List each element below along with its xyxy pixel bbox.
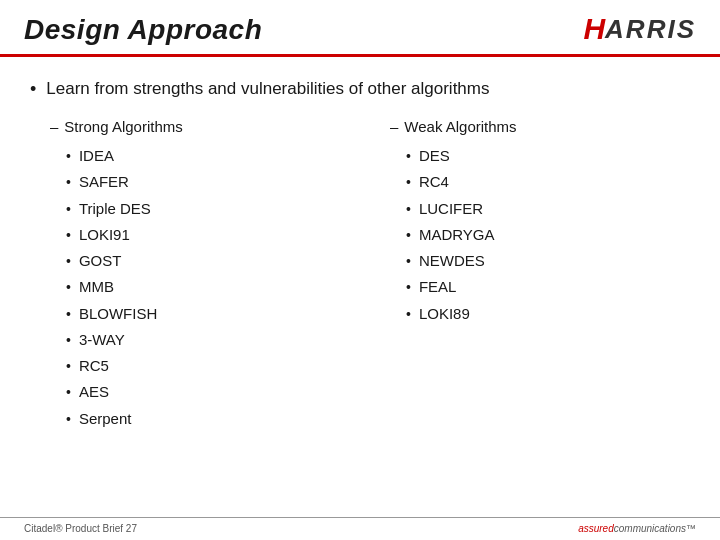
- page-title: Design Approach: [24, 14, 262, 46]
- list-item: BLOWFISH: [66, 301, 350, 327]
- weak-algorithms-list: DES RC4 LUCIFER MADRYGA NEWDES FEAL LOKI…: [390, 143, 690, 327]
- logo-rest: ARRIS: [605, 14, 696, 45]
- strong-algorithms-column: – Strong Algorithms IDEA SAFER Triple DE…: [50, 118, 350, 432]
- weak-algorithms-column: – Weak Algorithms DES RC4 LUCIFER MADRYG…: [390, 118, 690, 432]
- strong-algorithms-list: IDEA SAFER Triple DES LOKI91 GOST MMB BL…: [50, 143, 350, 432]
- list-item: LOKI89: [406, 301, 690, 327]
- list-item: MMB: [66, 274, 350, 300]
- list-item: SAFER: [66, 169, 350, 195]
- weak-dash: –: [390, 118, 398, 135]
- main-bullet-text: Learn from strengths and vulnerabilities…: [46, 77, 489, 101]
- footer-left: Citadel® Product Brief 27: [24, 523, 137, 534]
- list-item: RC5: [66, 353, 350, 379]
- list-item: NEWDES: [406, 248, 690, 274]
- weak-algorithms-heading: – Weak Algorithms: [390, 118, 690, 135]
- weak-label: Weak Algorithms: [404, 118, 516, 135]
- footer-assured: assured: [578, 523, 614, 534]
- list-item: MADRYGA: [406, 222, 690, 248]
- main-bullet-item: • Learn from strengths and vulnerabiliti…: [30, 77, 690, 102]
- harris-logo: H ARRIS: [583, 12, 696, 46]
- list-item: Serpent: [66, 406, 350, 432]
- slide: Design Approach H ARRIS • Learn from str…: [0, 0, 720, 540]
- list-item: FEAL: [406, 274, 690, 300]
- list-item: DES: [406, 143, 690, 169]
- main-bullet-dot: •: [30, 77, 36, 102]
- footer: Citadel® Product Brief 27 assuredcommuni…: [0, 517, 720, 540]
- list-item: LUCIFER: [406, 196, 690, 222]
- list-item: RC4: [406, 169, 690, 195]
- strong-dash: –: [50, 118, 58, 135]
- two-columns: – Strong Algorithms IDEA SAFER Triple DE…: [30, 118, 690, 432]
- content-area: • Learn from strengths and vulnerabiliti…: [0, 57, 720, 442]
- list-item: IDEA: [66, 143, 350, 169]
- footer-communications: communications™: [614, 523, 696, 534]
- footer-right: assuredcommunications™: [578, 523, 696, 534]
- list-item: Triple DES: [66, 196, 350, 222]
- strong-algorithms-heading: – Strong Algorithms: [50, 118, 350, 135]
- list-item: GOST: [66, 248, 350, 274]
- list-item: AES: [66, 379, 350, 405]
- list-item: 3-WAY: [66, 327, 350, 353]
- header: Design Approach H ARRIS: [0, 0, 720, 57]
- logo-h: H: [583, 12, 605, 46]
- strong-label: Strong Algorithms: [64, 118, 182, 135]
- list-item: LOKI91: [66, 222, 350, 248]
